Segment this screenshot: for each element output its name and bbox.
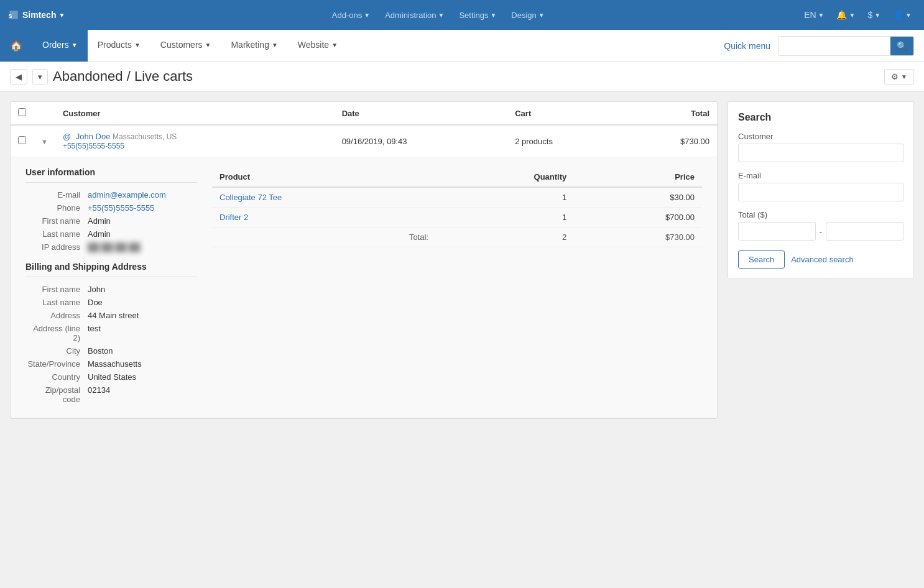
table-body: ▼ @ John Doe Massachusetts, US +55(55)55…	[11, 125, 717, 418]
email-value[interactable]: admin@example.com	[88, 190, 166, 200]
secondary-search-input[interactable]	[778, 37, 890, 55]
price-col-header: Price	[574, 167, 702, 187]
nav-products[interactable]: Products ▼	[88, 30, 150, 62]
advanced-search-button[interactable]: Advanced search	[791, 250, 853, 269]
email-row: E-mail admin@example.com	[25, 190, 197, 200]
total-header: Total	[621, 102, 717, 125]
brand-name: Simtech	[22, 10, 56, 20]
nav-settings[interactable]: Settings▼	[453, 8, 502, 22]
back-button[interactable]: ◀	[10, 69, 27, 85]
ip-value: ██ ██ ██ ██	[88, 242, 141, 252]
product-col-header: Product	[212, 167, 436, 187]
billing-zip-label: Zip/postal code	[25, 385, 88, 404]
phone-row: Phone +55(55)5555-5555	[25, 203, 197, 213]
nav-administration[interactable]: Administration▼	[379, 8, 450, 22]
range-separator: -	[820, 227, 822, 236]
nav-design[interactable]: Design▼	[505, 8, 550, 22]
product-table-header: Product Quantity Price	[212, 167, 702, 187]
product-link-1[interactable]: Collegiate 72 Tee	[219, 193, 282, 202]
billing-title: Billing and Shipping Address	[25, 262, 197, 277]
date-cell: 09/16/2019, 09:43	[335, 125, 508, 157]
secondary-search-button[interactable]: 🔍	[890, 37, 913, 55]
detail-content: User information E-mail admin@example.co…	[11, 157, 717, 418]
lastname-row: Last name Admin	[25, 229, 197, 239]
home-button[interactable]: 🏠	[0, 30, 32, 62]
product-name-cell-1: Collegiate 72 Tee	[212, 187, 436, 208]
select-all-checkbox[interactable]	[18, 108, 26, 116]
expand-arrow[interactable]: ▼	[41, 138, 48, 145]
nav-website[interactable]: Website ▼	[288, 30, 348, 62]
nav-addons[interactable]: Add-ons▼	[326, 8, 376, 22]
notifications-icon[interactable]: 🔔▼	[831, 7, 860, 22]
brand-logo[interactable]: S Simtech ▼	[7, 9, 65, 21]
total-max-input[interactable]	[826, 222, 903, 241]
sec-nav: 🏠 Orders ▼ Products ▼ Customers ▼ Market…	[0, 30, 924, 62]
customer-cell: @ John Doe Massachusetts, US +55(55)5555…	[55, 125, 335, 157]
billing-address-row: Address 44 Main street	[25, 311, 197, 320]
phone-value[interactable]: +55(55)5555-5555	[88, 203, 154, 213]
ip-label: IP address	[25, 242, 88, 252]
billing-zip-value: 02134	[88, 385, 110, 404]
email-search-input[interactable]	[738, 183, 903, 201]
total-min-input[interactable]	[738, 222, 816, 241]
billing-address-label: Address	[25, 311, 88, 320]
sec-nav-items: Orders ▼ Products ▼ Customers ▼ Marketin…	[32, 30, 714, 62]
billing-address2-row: Address (line 2) test	[25, 324, 197, 342]
email-search-label: E-mail	[738, 171, 903, 180]
customer-search-field: Customer	[738, 132, 903, 162]
total-label-cell: Total:	[212, 227, 436, 247]
total-range: -	[738, 222, 903, 241]
detail-cell: User information E-mail admin@example.co…	[11, 157, 717, 418]
search-panel: Search Customer E-mail Total ($) - Searc…	[728, 101, 914, 279]
table-row: ▼ @ John Doe Massachusetts, US +55(55)55…	[11, 125, 717, 157]
product-link-2[interactable]: Drifter 2	[219, 213, 248, 222]
billing-address2-value: test	[88, 324, 101, 342]
billing-firstname-row: First name John	[25, 285, 197, 294]
phone-label: Phone	[25, 203, 88, 213]
at-icon: @	[63, 132, 71, 141]
lastname-value: Admin	[88, 229, 111, 239]
email-search-field: E-mail	[738, 171, 903, 201]
billing-country-row: Country United States	[25, 372, 197, 382]
customer-search-label: Customer	[738, 132, 903, 141]
billing-lastname-value: Doe	[88, 298, 103, 307]
product-row-1: Collegiate 72 Tee 1 $30.00	[212, 187, 702, 208]
nav-marketing[interactable]: Marketing ▼	[221, 30, 287, 62]
quick-menu-button[interactable]: Quick menu	[724, 41, 770, 51]
firstname-row: First name Admin	[25, 216, 197, 226]
date-header: Date	[335, 102, 508, 125]
search-actions: Search Advanced search	[738, 250, 903, 269]
product-price-cell-2: $700.00	[574, 208, 702, 227]
billing-zip-row: Zip/postal code 02134	[25, 385, 197, 404]
total-cell: $730.00	[621, 125, 717, 157]
nav-customers[interactable]: Customers ▼	[150, 30, 221, 62]
top-nav-links: Add-ons▼ Administration▼ Settings▼ Desig…	[82, 8, 794, 22]
settings-gear-button[interactable]: ⚙ ▼	[884, 69, 914, 85]
ip-row: IP address ██ ██ ██ ██	[25, 242, 197, 252]
billing-city-label: City	[25, 346, 88, 356]
user-info-title: User information	[25, 167, 197, 183]
customer-phone-link[interactable]: +55(55)5555-5555	[63, 142, 124, 150]
row-expand-cell: ▼	[34, 125, 55, 157]
total-search-field: Total ($) -	[738, 210, 903, 241]
expand-header	[34, 102, 55, 125]
lang-switcher[interactable]: EN▼	[799, 7, 829, 22]
total-price-cell: $730.00	[574, 227, 702, 247]
user-info-section: User information E-mail admin@example.co…	[25, 167, 212, 408]
currency-switcher[interactable]: $▼	[862, 7, 885, 22]
more-options-button[interactable]: ▾	[32, 69, 48, 85]
content-area: Customer Date Cart Total ▼ @	[10, 101, 718, 419]
firstname-label: First name	[25, 216, 88, 226]
billing-address2-label: Address (line 2)	[25, 324, 88, 342]
search-button[interactable]: Search	[738, 250, 785, 269]
product-name-cell-2: Drifter 2	[212, 208, 436, 227]
product-row-2: Drifter 2 1 $700.00	[212, 208, 702, 227]
billing-section: Billing and Shipping Address First name …	[25, 262, 197, 404]
firstname-value: Admin	[88, 216, 111, 226]
product-price-cell-1: $30.00	[574, 187, 702, 208]
customer-search-input[interactable]	[738, 144, 903, 162]
customer-name-link[interactable]: John Doe	[76, 132, 111, 141]
row-checkbox[interactable]	[18, 136, 26, 144]
nav-orders[interactable]: Orders ▼	[32, 30, 88, 62]
user-menu[interactable]: 👤▼	[888, 7, 917, 22]
